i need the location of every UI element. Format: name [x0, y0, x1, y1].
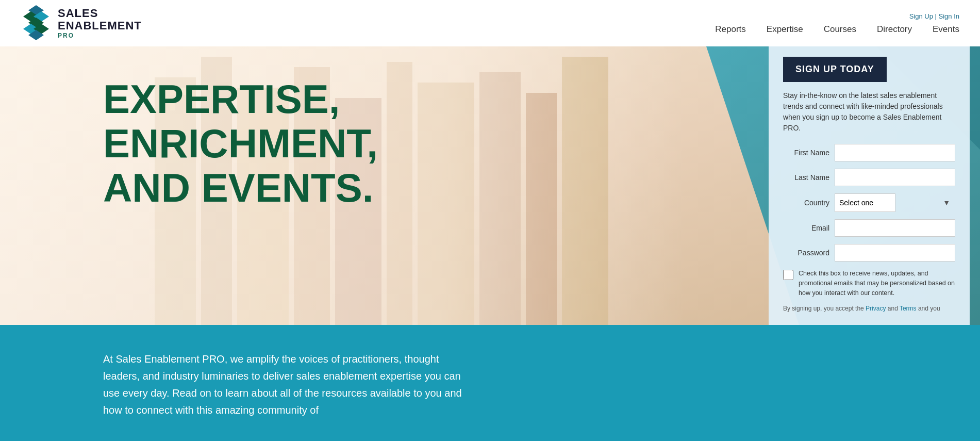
signup-panel: SIGN UP TODAY Stay in-the-know on the la… — [769, 46, 970, 325]
sign-up-link[interactable]: Sign Up — [909, 12, 933, 20]
nav-events[interactable]: Events — [933, 24, 959, 35]
password-input[interactable] — [835, 244, 955, 262]
hero-section: EXPERTISE, ENRICHMENT, AND EVENTS. SIGN … — [0, 46, 980, 325]
newsletter-checkbox-row: Check this box to receive news, updates,… — [783, 269, 955, 298]
email-label: Email — [783, 224, 829, 232]
privacy-link[interactable]: Privacy — [866, 305, 886, 312]
signup-description: Stay in-the-know on the latest sales ena… — [783, 90, 955, 134]
country-select-wrapper: Select one United States United Kingdom … — [835, 193, 955, 212]
terms-prefix: By signing up, you accept the — [783, 305, 866, 312]
bottom-description: At Sales Enablement PRO, we amplify the … — [103, 351, 474, 419]
sign-separator: | — [935, 12, 939, 20]
hero-content: EXPERTISE, ENRICHMENT, AND EVENTS. — [0, 46, 769, 325]
last-name-row: Last Name — [783, 169, 955, 186]
select-arrow-icon: ▼ — [943, 199, 950, 207]
first-name-input[interactable] — [835, 144, 955, 161]
terms-link[interactable]: Terms — [900, 305, 917, 312]
nav-reports[interactable]: Reports — [715, 24, 746, 35]
nav-directory[interactable]: Directory — [877, 24, 912, 35]
signup-today-button[interactable]: SIGN UP TODAY — [783, 57, 887, 82]
terms-end: and you — [917, 305, 940, 312]
hero-title-line1: EXPERTISE, — [103, 77, 516, 122]
email-input[interactable] — [835, 219, 955, 237]
header: SALES ENABLEMENT PRO Sign Up | Sign In R… — [0, 0, 980, 46]
last-name-input[interactable] — [835, 169, 955, 186]
terms-text: By signing up, you accept the Privacy an… — [783, 304, 955, 313]
country-label: Country — [783, 199, 829, 207]
email-row: Email — [783, 219, 955, 237]
logo-text: SALES ENABLEMENT PRO — [58, 7, 142, 39]
logo-brand-line1: SALES — [58, 7, 142, 20]
header-right: Sign Up | Sign In Reports Expertise Cour… — [715, 12, 959, 35]
first-name-label: First Name — [783, 149, 829, 157]
password-label: Password — [783, 249, 829, 257]
country-row: Country Select one United States United … — [783, 193, 955, 212]
checkbox-label-text: Check this box to receive news, updates,… — [799, 269, 955, 298]
newsletter-checkbox[interactable] — [783, 270, 793, 280]
sign-in-link[interactable]: Sign In — [939, 12, 959, 20]
last-name-label: Last Name — [783, 173, 829, 182]
first-name-row: First Name — [783, 144, 955, 161]
logo-pro: PRO — [58, 32, 142, 39]
nav-courses[interactable]: Courses — [824, 24, 856, 35]
logo: SALES ENABLEMENT PRO — [21, 5, 142, 41]
bottom-section: At Sales Enablement PRO, we amplify the … — [0, 325, 980, 441]
logo-brand-line2: ENABLEMENT — [58, 20, 142, 32]
country-select[interactable]: Select one United States United Kingdom … — [835, 193, 895, 212]
main-nav: Reports Expertise Courses Directory Even… — [715, 24, 959, 35]
sign-links: Sign Up | Sign In — [909, 12, 959, 20]
password-row: Password — [783, 244, 955, 262]
hero-title: EXPERTISE, ENRICHMENT, AND EVENTS. — [103, 77, 516, 210]
terms-and: and — [886, 305, 899, 312]
nav-expertise[interactable]: Expertise — [767, 24, 803, 35]
hero-title-line2: ENRICHMENT, — [103, 122, 516, 166]
logo-icon — [21, 5, 52, 41]
hero-title-line3: AND EVENTS. — [103, 166, 516, 210]
